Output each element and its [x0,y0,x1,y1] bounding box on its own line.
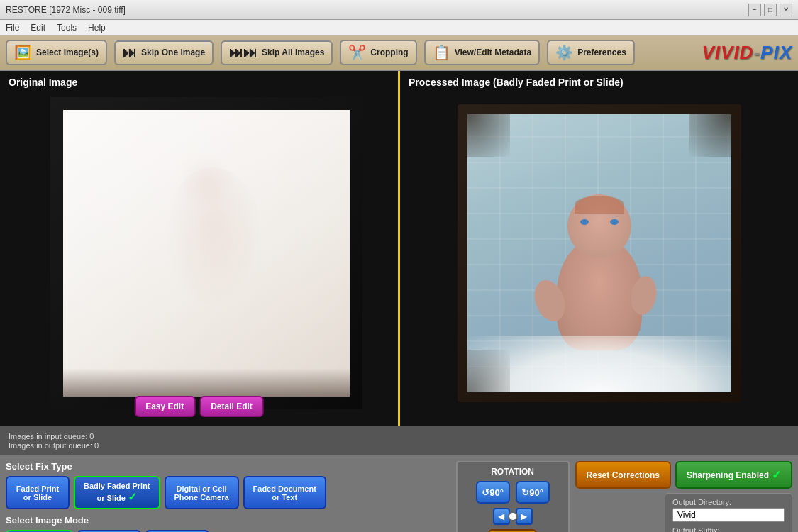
rotation-reset-button[interactable]: Reset [488,529,537,532]
menu-tools[interactable]: Tools [57,23,77,33]
status-bar: Images in input queue: 0 Images in outpu… [0,426,798,455]
sharpening-button[interactable]: Sharpening Enabled ✓ [675,461,792,489]
output-directory-label: Output Directory: [672,498,785,506]
skip-all-icon: ⏭⏭ [229,45,257,61]
processed-image [458,104,741,402]
menu-edit[interactable]: Edit [31,23,45,33]
input-queue-status: Images in input queue: 0 [9,432,99,440]
easy-edit-button[interactable]: Easy Edit [134,396,195,417]
rotation-slider-thumb [508,511,518,521]
metadata-icon: 📋 [433,44,450,61]
maximize-button[interactable]: □ [764,4,777,16]
app-logo: VIVID-PIX [702,42,792,64]
window-controls: − □ ✕ [748,4,792,16]
output-section: Output Directory: Vivid Output Suffix: V… [665,493,792,532]
menu-bar: File Edit Tools Help [0,20,798,35]
skip-one-button[interactable]: ⏭ Skip One Image [114,40,214,65]
detail-edit-button[interactable]: Detail Edit [199,396,264,417]
menu-help[interactable]: Help [88,23,106,33]
badly-faded-print-button[interactable]: Badly Faded Printor Slide ✓ [74,476,160,509]
original-panel-label: Original Image [3,74,83,91]
fix-type-buttons: Faded Printor Slide Badly Faded Printor … [6,476,450,509]
right-controls: Reset Corrections Sharpening Enabled ✓ O… [575,461,792,532]
rotation-buttons: ↺90° ↻90° [476,481,550,504]
faded-document-button[interactable]: Faded Documentor Text [243,476,326,509]
sharpening-checkmark: ✓ [772,468,781,482]
toolbar: 🖼️ Select Image(s) ⏭ Skip One Image ⏭⏭ S… [0,35,798,71]
rotation-section: ROTATION ↺90° ↻90° ◀ ▶ Reset [456,461,570,532]
edit-buttons: Easy Edit Detail Edit [134,396,264,417]
fix-type-section: Select Fix Type Faded Printor Slide Badl… [6,461,450,532]
title-bar: RESTORE [1972 Misc - 009.tiff] − □ ✕ [0,0,798,20]
skip-all-button[interactable]: ⏭⏭ Skip All Images [221,40,333,65]
slider-right-button[interactable]: ▶ [516,508,533,525]
window-title: RESTORE [1972 Misc - 009.tiff] [6,5,126,15]
preferences-icon: ⚙️ [555,44,573,61]
rotate-ccw-button[interactable]: ↺90° [476,481,510,504]
reset-corrections-button[interactable]: Reset Corrections [575,461,671,489]
processed-image-container [407,88,791,419]
faded-print-button[interactable]: Faded Printor Slide [6,476,70,509]
panels-area: Original Image Easy Edit De [0,71,798,426]
original-image-container [21,88,391,419]
image-mode-label: Select Image Mode [6,515,450,526]
view-edit-metadata-button[interactable]: 📋 View/Edit Metadata [424,40,540,65]
fix-type-label: Select Fix Type [6,461,450,472]
processed-image-panel: Processed Image (Badly Faded Print or Sl… [400,71,798,426]
cropping-icon: ✂️ [348,44,366,61]
cropping-button[interactable]: ✂️ Cropping [340,40,416,65]
select-images-icon: 🖼️ [14,44,32,61]
menu-file[interactable]: File [6,23,19,33]
rotation-label: ROTATION [491,467,534,477]
digital-cell-button[interactable]: Digital or CellPhone Camera [165,476,239,509]
preferences-button[interactable]: ⚙️ Preferences [547,40,635,65]
original-image [50,97,362,409]
rotation-slider-row: ◀ ▶ [493,508,533,525]
original-image-panel: Original Image Easy Edit De [0,71,400,426]
status-messages: Images in input queue: 0 Images in outpu… [9,432,99,450]
minimize-button[interactable]: − [748,4,761,16]
select-images-button[interactable]: 🖼️ Select Image(s) [6,40,107,65]
output-suffix-label: Output Suffix: [672,526,785,532]
output-queue-status: Images in output queue: 0 [9,441,99,450]
close-button[interactable]: ✕ [780,4,792,16]
processed-panel-label: Processed Image (Badly Faded Print or Sl… [403,74,629,91]
rotate-cw-button[interactable]: ↻90° [516,481,550,504]
output-directory-value[interactable]: Vivid [672,508,785,522]
image-mode-section: Select Image Mode Full Color ✓ B & W Sep… [6,515,450,532]
bottom-controls: Select Fix Type Faded Printor Slide Badl… [0,455,798,532]
top-right-buttons: Reset Corrections Sharpening Enabled ✓ [575,461,792,489]
skip-one-icon: ⏭ [123,45,137,61]
